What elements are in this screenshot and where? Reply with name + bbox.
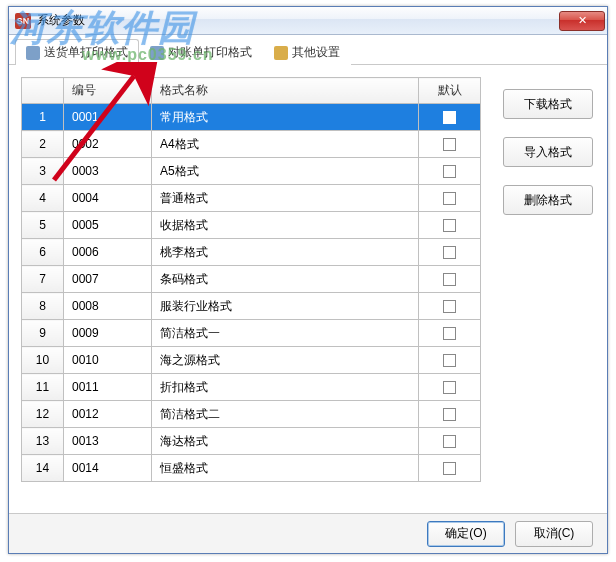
table-row[interactable]: 60006桃李格式: [22, 239, 481, 266]
checkbox-icon[interactable]: [443, 165, 456, 178]
cell-code: 0003: [64, 158, 152, 185]
cell-name: 常用格式: [152, 104, 419, 131]
cell-default[interactable]: [419, 104, 481, 131]
checkbox-icon[interactable]: [443, 327, 456, 340]
checkbox-icon[interactable]: [443, 381, 456, 394]
table-row[interactable]: 130013海达格式: [22, 428, 481, 455]
checkbox-icon[interactable]: [443, 462, 456, 475]
checkbox-icon[interactable]: [443, 435, 456, 448]
cell-name: 简洁格式二: [152, 401, 419, 428]
doc-icon: [26, 46, 40, 60]
table-row[interactable]: 20002A4格式: [22, 131, 481, 158]
format-table: 编号 格式名称 默认 10001常用格式20002A4格式30003A5格式40…: [21, 77, 481, 482]
cell-code: 0006: [64, 239, 152, 266]
tab-label: 对账单打印格式: [168, 44, 252, 61]
cell-rownum: 2: [22, 131, 64, 158]
window-title: 系统参数: [37, 12, 559, 29]
cell-default[interactable]: [419, 320, 481, 347]
col-code[interactable]: 编号: [64, 78, 152, 104]
cell-name: 海之源格式: [152, 347, 419, 374]
tab-statement-print-format[interactable]: 对账单打印格式: [139, 39, 263, 65]
cell-code: 0007: [64, 266, 152, 293]
col-rownum: [22, 78, 64, 104]
checkbox-icon[interactable]: [443, 138, 456, 151]
table-header-row: 编号 格式名称 默认: [22, 78, 481, 104]
cell-default[interactable]: [419, 212, 481, 239]
cell-code: 0004: [64, 185, 152, 212]
cell-rownum: 5: [22, 212, 64, 239]
table-row[interactable]: 70007条码格式: [22, 266, 481, 293]
cell-name: 条码格式: [152, 266, 419, 293]
checkbox-icon[interactable]: [443, 246, 456, 259]
cell-rownum: 3: [22, 158, 64, 185]
cell-rownum: 12: [22, 401, 64, 428]
table-row[interactable]: 140014恒盛格式: [22, 455, 481, 482]
col-default[interactable]: 默认: [419, 78, 481, 104]
table-row[interactable]: 80008服装行业格式: [22, 293, 481, 320]
table-row[interactable]: 50005收据格式: [22, 212, 481, 239]
table-row[interactable]: 120012简洁格式二: [22, 401, 481, 428]
cell-default[interactable]: [419, 428, 481, 455]
cell-code: 0013: [64, 428, 152, 455]
cell-default[interactable]: [419, 401, 481, 428]
cell-default[interactable]: [419, 131, 481, 158]
cell-default[interactable]: [419, 185, 481, 212]
cell-rownum: 9: [22, 320, 64, 347]
tab-label: 其他设置: [292, 44, 340, 61]
ok-button[interactable]: 确定(O): [427, 521, 505, 547]
table-row[interactable]: 10001常用格式: [22, 104, 481, 131]
cell-default[interactable]: [419, 266, 481, 293]
cell-code: 0011: [64, 374, 152, 401]
app-icon: SN: [15, 13, 31, 29]
cell-default[interactable]: [419, 239, 481, 266]
titlebar: SN 系统参数: [9, 7, 607, 35]
checkbox-icon[interactable]: [443, 408, 456, 421]
tab-label: 送货单打印格式: [44, 44, 128, 61]
table-row[interactable]: 100010海之源格式: [22, 347, 481, 374]
cell-name: 桃李格式: [152, 239, 419, 266]
cell-rownum: 10: [22, 347, 64, 374]
import-format-button[interactable]: 导入格式: [503, 137, 593, 167]
checkbox-icon[interactable]: [443, 354, 456, 367]
cell-name: 服装行业格式: [152, 293, 419, 320]
cell-default[interactable]: [419, 158, 481, 185]
checkbox-icon[interactable]: [443, 273, 456, 286]
cell-name: 收据格式: [152, 212, 419, 239]
cell-rownum: 6: [22, 239, 64, 266]
cell-default[interactable]: [419, 455, 481, 482]
close-button[interactable]: [559, 11, 605, 31]
cell-rownum: 4: [22, 185, 64, 212]
delete-format-button[interactable]: 删除格式: [503, 185, 593, 215]
cell-default[interactable]: [419, 374, 481, 401]
cell-name: 恒盛格式: [152, 455, 419, 482]
cell-code: 0010: [64, 347, 152, 374]
tabstrip: 送货单打印格式 对账单打印格式 其他设置: [9, 35, 607, 65]
table-row[interactable]: 90009简洁格式一: [22, 320, 481, 347]
cell-name: 普通格式: [152, 185, 419, 212]
cell-code: 0008: [64, 293, 152, 320]
table-row[interactable]: 40004普通格式: [22, 185, 481, 212]
col-name[interactable]: 格式名称: [152, 78, 419, 104]
table-row[interactable]: 110011折扣格式: [22, 374, 481, 401]
checkbox-icon[interactable]: [443, 111, 456, 124]
checkbox-icon[interactable]: [443, 219, 456, 232]
cell-code: 0009: [64, 320, 152, 347]
tab-other-settings[interactable]: 其他设置: [263, 39, 351, 65]
cell-rownum: 7: [22, 266, 64, 293]
cell-name: 海达格式: [152, 428, 419, 455]
cancel-button[interactable]: 取消(C): [515, 521, 593, 547]
cell-code: 0014: [64, 455, 152, 482]
cell-name: 折扣格式: [152, 374, 419, 401]
checkbox-icon[interactable]: [443, 192, 456, 205]
download-format-button[interactable]: 下载格式: [503, 89, 593, 119]
checkbox-icon[interactable]: [443, 300, 456, 313]
cell-code: 0001: [64, 104, 152, 131]
cell-name: A5格式: [152, 158, 419, 185]
cell-rownum: 1: [22, 104, 64, 131]
table-row[interactable]: 30003A5格式: [22, 158, 481, 185]
tab-delivery-print-format[interactable]: 送货单打印格式: [15, 39, 139, 65]
sidebar-buttons: 下载格式 导入格式 删除格式: [503, 89, 593, 215]
doc-icon: [150, 46, 164, 60]
cell-default[interactable]: [419, 347, 481, 374]
cell-default[interactable]: [419, 293, 481, 320]
